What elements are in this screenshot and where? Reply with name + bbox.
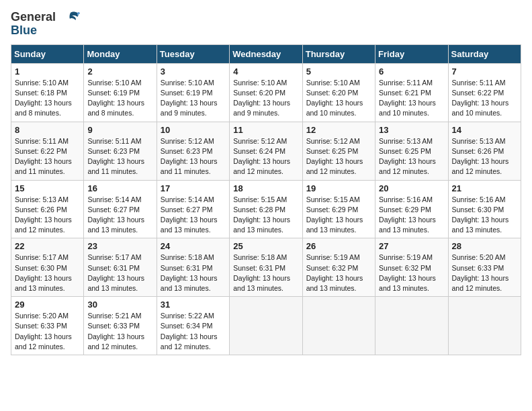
calendar-body: 1Sunrise: 5:10 AMSunset: 6:18 PMDaylight…	[11, 63, 521, 355]
day-info: Sunrise: 5:15 AMSunset: 6:28 PMDaylight:…	[233, 195, 299, 236]
logo-bird-icon	[61, 11, 80, 25]
day-number: 31	[161, 300, 226, 310]
calendar-day-cell	[230, 297, 302, 355]
calendar-day-cell: 6Sunrise: 5:11 AMSunset: 6:21 PMDaylight…	[375, 63, 448, 122]
day-info: Sunrise: 5:10 AMSunset: 6:18 PMDaylight:…	[15, 78, 81, 119]
logo: General Blue	[11, 11, 80, 38]
day-info: Sunrise: 5:13 AMSunset: 6:25 PMDaylight:…	[379, 136, 445, 177]
day-info: Sunrise: 5:16 AMSunset: 6:29 PMDaylight:…	[379, 195, 445, 236]
calendar-day-cell: 22Sunrise: 5:17 AMSunset: 6:30 PMDayligh…	[11, 238, 84, 297]
calendar-day-cell: 26Sunrise: 5:19 AMSunset: 6:32 PMDayligh…	[302, 238, 375, 297]
day-number: 8	[15, 125, 81, 135]
day-info: Sunrise: 5:21 AMSunset: 6:33 PMDaylight:…	[87, 311, 153, 352]
day-number: 11	[233, 125, 299, 135]
day-info: Sunrise: 5:19 AMSunset: 6:32 PMDaylight:…	[379, 253, 445, 293]
calendar-table: SundayMondayTuesdayWednesdayThursdayFrid…	[11, 44, 521, 355]
day-number: 16	[87, 183, 153, 193]
calendar-header-row: SundayMondayTuesdayWednesdayThursdayFrid…	[11, 44, 521, 63]
calendar-day-cell: 21Sunrise: 5:16 AMSunset: 6:30 PMDayligh…	[448, 180, 521, 238]
day-info: Sunrise: 5:16 AMSunset: 6:30 PMDaylight:…	[452, 195, 518, 236]
calendar-day-cell: 14Sunrise: 5:13 AMSunset: 6:26 PMDayligh…	[448, 122, 521, 180]
calendar-day-cell: 1Sunrise: 5:10 AMSunset: 6:18 PMDaylight…	[11, 63, 84, 122]
day-number: 17	[161, 183, 226, 193]
day-number: 20	[379, 183, 445, 193]
day-number: 25	[233, 241, 299, 251]
day-info: Sunrise: 5:10 AMSunset: 6:19 PMDaylight:…	[161, 78, 226, 119]
calendar-day-cell: 12Sunrise: 5:12 AMSunset: 6:25 PMDayligh…	[302, 122, 375, 180]
day-info: Sunrise: 5:12 AMSunset: 6:24 PMDaylight:…	[233, 136, 299, 177]
calendar-week-row: 15Sunrise: 5:13 AMSunset: 6:26 PMDayligh…	[11, 180, 521, 238]
day-number: 19	[306, 183, 372, 193]
logo-row: General	[11, 11, 80, 25]
calendar-week-row: 22Sunrise: 5:17 AMSunset: 6:30 PMDayligh…	[11, 238, 521, 297]
calendar-day-cell: 5Sunrise: 5:10 AMSunset: 6:20 PMDaylight…	[302, 63, 375, 122]
calendar-header: General Blue	[11, 11, 521, 38]
calendar-day-cell: 30Sunrise: 5:21 AMSunset: 6:33 PMDayligh…	[84, 297, 157, 355]
calendar-day-cell: 25Sunrise: 5:18 AMSunset: 6:31 PMDayligh…	[230, 238, 302, 297]
day-number: 2	[87, 66, 153, 77]
day-info: Sunrise: 5:12 AMSunset: 6:25 PMDaylight:…	[306, 136, 372, 177]
day-number: 3	[161, 66, 226, 77]
weekday-header: Friday	[375, 44, 448, 63]
day-info: Sunrise: 5:20 AMSunset: 6:33 PMDaylight:…	[452, 253, 518, 293]
day-number: 21	[452, 183, 518, 193]
day-number: 29	[15, 300, 81, 310]
calendar-day-cell: 13Sunrise: 5:13 AMSunset: 6:25 PMDayligh…	[375, 122, 448, 180]
day-number: 23	[87, 241, 153, 251]
day-info: Sunrise: 5:22 AMSunset: 6:34 PMDaylight:…	[161, 311, 226, 352]
day-number: 9	[87, 125, 153, 135]
logo-blue-text: Blue	[11, 24, 37, 38]
day-number: 24	[161, 241, 226, 251]
calendar-day-cell: 24Sunrise: 5:18 AMSunset: 6:31 PMDayligh…	[157, 238, 229, 297]
day-info: Sunrise: 5:15 AMSunset: 6:29 PMDaylight:…	[306, 195, 372, 236]
calendar-day-cell: 20Sunrise: 5:16 AMSunset: 6:29 PMDayligh…	[375, 180, 448, 238]
calendar-day-cell: 23Sunrise: 5:17 AMSunset: 6:31 PMDayligh…	[84, 238, 157, 297]
calendar-day-cell: 18Sunrise: 5:15 AMSunset: 6:28 PMDayligh…	[230, 180, 302, 238]
weekday-header: Wednesday	[230, 44, 302, 63]
day-number: 5	[306, 66, 372, 77]
calendar-day-cell	[448, 297, 521, 355]
day-info: Sunrise: 5:11 AMSunset: 6:21 PMDaylight:…	[379, 78, 445, 119]
calendar-day-cell	[302, 297, 375, 355]
calendar-container: General Blue SundayMondayTuesdayWednesda…	[0, 0, 532, 362]
calendar-day-cell: 17Sunrise: 5:14 AMSunset: 6:27 PMDayligh…	[157, 180, 229, 238]
calendar-day-cell: 3Sunrise: 5:10 AMSunset: 6:19 PMDaylight…	[157, 63, 229, 122]
day-number: 6	[379, 66, 445, 77]
weekday-header: Tuesday	[157, 44, 229, 63]
day-info: Sunrise: 5:17 AMSunset: 6:31 PMDaylight:…	[87, 253, 153, 293]
calendar-day-cell: 11Sunrise: 5:12 AMSunset: 6:24 PMDayligh…	[230, 122, 302, 180]
calendar-day-cell	[375, 297, 448, 355]
day-number: 18	[233, 183, 299, 193]
day-info: Sunrise: 5:11 AMSunset: 6:23 PMDaylight:…	[87, 136, 153, 177]
day-info: Sunrise: 5:17 AMSunset: 6:30 PMDaylight:…	[15, 253, 81, 293]
weekday-header: Sunday	[11, 44, 84, 63]
day-number: 27	[379, 241, 445, 251]
day-number: 13	[379, 125, 445, 135]
day-info: Sunrise: 5:12 AMSunset: 6:23 PMDaylight:…	[161, 136, 226, 177]
day-info: Sunrise: 5:10 AMSunset: 6:20 PMDaylight:…	[233, 78, 299, 119]
day-number: 4	[233, 66, 299, 77]
day-info: Sunrise: 5:18 AMSunset: 6:31 PMDaylight:…	[233, 253, 299, 293]
day-number: 1	[15, 66, 81, 77]
day-number: 22	[15, 241, 81, 251]
day-info: Sunrise: 5:10 AMSunset: 6:19 PMDaylight:…	[87, 78, 153, 119]
day-info: Sunrise: 5:14 AMSunset: 6:27 PMDaylight:…	[161, 195, 226, 236]
day-info: Sunrise: 5:13 AMSunset: 6:26 PMDaylight:…	[452, 136, 518, 177]
day-number: 26	[306, 241, 372, 251]
logo-general-text: General	[11, 10, 56, 24]
day-info: Sunrise: 5:20 AMSunset: 6:33 PMDaylight:…	[15, 311, 81, 352]
calendar-day-cell: 15Sunrise: 5:13 AMSunset: 6:26 PMDayligh…	[11, 180, 84, 238]
calendar-day-cell: 2Sunrise: 5:10 AMSunset: 6:19 PMDaylight…	[84, 63, 157, 122]
calendar-day-cell: 27Sunrise: 5:19 AMSunset: 6:32 PMDayligh…	[375, 238, 448, 297]
calendar-day-cell: 7Sunrise: 5:11 AMSunset: 6:22 PMDaylight…	[448, 63, 521, 122]
calendar-day-cell: 19Sunrise: 5:15 AMSunset: 6:29 PMDayligh…	[302, 180, 375, 238]
day-info: Sunrise: 5:14 AMSunset: 6:27 PMDaylight:…	[87, 195, 153, 236]
weekday-header: Monday	[84, 44, 157, 63]
day-info: Sunrise: 5:11 AMSunset: 6:22 PMDaylight:…	[15, 136, 81, 177]
day-info: Sunrise: 5:11 AMSunset: 6:22 PMDaylight:…	[452, 78, 518, 119]
calendar-day-cell: 8Sunrise: 5:11 AMSunset: 6:22 PMDaylight…	[11, 122, 84, 180]
weekday-header: Thursday	[302, 44, 375, 63]
day-number: 7	[452, 66, 518, 77]
calendar-day-cell: 29Sunrise: 5:20 AMSunset: 6:33 PMDayligh…	[11, 297, 84, 355]
day-info: Sunrise: 5:19 AMSunset: 6:32 PMDaylight:…	[306, 253, 372, 293]
